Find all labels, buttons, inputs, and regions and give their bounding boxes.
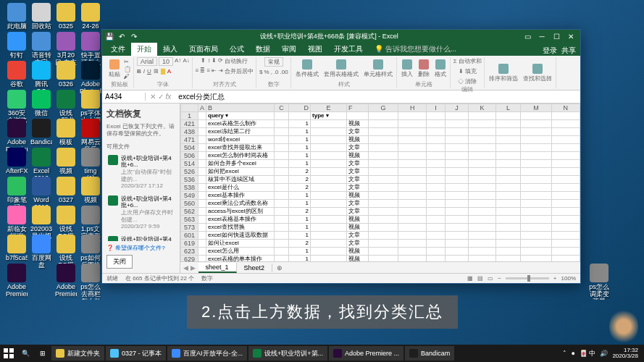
column-header[interactable]: A (198, 104, 206, 112)
spreadsheet-grid[interactable]: ABCDEFGHIJKLMN1query ▾type ▾421excel表格怎么… (180, 104, 580, 261)
sheet-tab-1[interactable]: sheet_1 (198, 263, 237, 273)
desktop-icon[interactable]: b7f5ca51b... (6, 235, 28, 262)
increase-font-icon[interactable]: A↑ (175, 57, 181, 66)
align-middle-icon[interactable]: ↕ (207, 57, 210, 65)
fx-icon[interactable]: ✕ ✓ fx (146, 93, 175, 101)
tab-insert[interactable]: 插入 (157, 43, 183, 56)
row-header[interactable]: 421 (181, 120, 198, 128)
table-row[interactable]: 629excel表格的单本操作1视频 (181, 256, 580, 262)
table-row[interactable]: 538excel是什么2文章 (181, 184, 580, 192)
row-header[interactable]: 536 (181, 176, 198, 184)
cond-format-button[interactable]: 条件格式 (294, 59, 320, 79)
table-row[interactable]: 549excel基本操作1视频 (181, 192, 580, 200)
save-icon[interactable]: 💾 (105, 33, 113, 41)
row-header[interactable]: 629 (181, 256, 198, 262)
autosum-button[interactable]: Σ 自动求和 (453, 57, 482, 65)
tray-volume-icon[interactable]: 🔊 (600, 350, 608, 357)
tab-layout[interactable]: 页面布局 (183, 43, 224, 56)
view-normal-icon[interactable]: ▦ (467, 275, 473, 282)
align-bottom-icon[interactable]: ⬇ (212, 57, 217, 65)
signin-link[interactable]: 登录 (543, 46, 557, 56)
start-button[interactable] (1, 346, 16, 361)
desktop-icon[interactable]: 回收站 (30, 3, 52, 30)
format-painter-icon[interactable]: 🖌 (124, 73, 131, 80)
row-header[interactable]: 560 (181, 200, 198, 208)
tab-view[interactable]: 视图 (302, 43, 328, 56)
desktop-icon[interactable]: 钉钉 (6, 32, 28, 59)
taskbar-item[interactable]: Adobe Premiere ... (329, 346, 403, 361)
table-row[interactable]: 506excel怎么制作时间表格1视频 (181, 152, 580, 160)
desktop-icon[interactable]: Bandicam (30, 119, 52, 146)
desktop-icon[interactable]: 24-26 (80, 3, 101, 30)
row-header[interactable]: 549 (181, 192, 198, 200)
indent-decrease-icon[interactable]: ⇤ (212, 67, 217, 75)
border-button[interactable]: ⊞ (154, 68, 159, 75)
table-row[interactable]: 421excel表格怎么制作1视频 (181, 120, 580, 128)
row-header[interactable]: 1 (181, 112, 198, 120)
taskbar-item[interactable]: 0327 - 记事本 (106, 346, 166, 361)
copy-icon[interactable]: 📋 (124, 66, 131, 72)
desktop-icon[interactable]: 谷歌 (6, 61, 28, 88)
desktop-icon[interactable]: 视频 (55, 148, 77, 175)
font-color-button[interactable]: A (167, 68, 171, 75)
percent-icon[interactable]: % (264, 69, 269, 75)
table-row[interactable]: 536核算中不连续区域2文章 (181, 176, 580, 184)
comma-icon[interactable]: , (271, 69, 272, 75)
row-header[interactable]: 562 (181, 208, 198, 216)
table-row[interactable]: 563excel表格基本操作1视频 (181, 216, 580, 224)
indent-increase-icon[interactable]: ⇥ (218, 67, 223, 75)
redo-icon[interactable]: ↷ (130, 33, 138, 41)
recovery-file-item[interactable]: 设线+职业培训+第4批+6...上次"自动保存"时创建的...2020/3/27… (106, 234, 175, 241)
table-format-button[interactable]: 套用表格格式 (322, 59, 360, 79)
recovery-file-item[interactable]: 设线+职业培训+第4批+6...上次"自动保存"时创建的...2020/3/27… (106, 153, 175, 192)
desktop-icon[interactable]: 百度网盘 (30, 235, 52, 269)
tab-file[interactable]: 文件 (105, 43, 131, 56)
taskbar-item[interactable]: Bandicam (405, 346, 454, 361)
desktop-icon[interactable]: ps怎么去画栏怎么做 (80, 264, 101, 300)
decimal-increase-icon[interactable]: .0 (274, 69, 279, 75)
clock[interactable]: 17:32 2020/3/28 (612, 348, 638, 359)
recovery-close-button[interactable]: 关闭 (106, 255, 133, 269)
column-header[interactable]: E (311, 104, 347, 112)
row-header[interactable]: 526 (181, 168, 198, 176)
search-icon[interactable]: 🔍 (17, 350, 34, 357)
sort-filter-button[interactable]: 排序和筛选 (488, 63, 519, 83)
column-header[interactable]: J (445, 104, 468, 112)
wrap-text-button[interactable]: 自动换行 (225, 57, 248, 65)
maximize-button[interactable]: ☐ (550, 31, 563, 41)
delete-cells-button[interactable]: 删除 (417, 59, 431, 79)
zoom-out[interactable]: − (498, 275, 501, 282)
row-header[interactable]: 563 (181, 216, 198, 224)
taskbar-item[interactable]: 设线+职业培训+第... (248, 346, 327, 361)
fill-button[interactable]: ⬇ 填充 (459, 67, 477, 75)
table-row[interactable]: 601excel如何快速选取数据1文章 (181, 232, 580, 240)
tab-data[interactable]: 数据 (250, 43, 276, 56)
tab-developer[interactable]: 开发工具 (328, 43, 369, 56)
align-left-icon[interactable]: ≡ (196, 67, 199, 75)
format-cells-button[interactable]: 格式 (433, 59, 448, 79)
column-header[interactable]: H (398, 104, 427, 112)
row-header[interactable]: 601 (181, 232, 198, 240)
column-header[interactable]: I (427, 104, 446, 112)
row-header[interactable]: 438 (181, 128, 198, 136)
table-row[interactable]: 471word转excel1视频 (181, 136, 580, 144)
column-header[interactable]: M (521, 104, 552, 112)
tell-me[interactable]: 💡 告诉我您想要做什么... (369, 43, 462, 56)
align-right-icon[interactable]: ≡ (206, 67, 210, 75)
column-header[interactable]: K (469, 104, 496, 112)
insert-cells-button[interactable]: 插入 (400, 59, 414, 79)
desktop-icon[interactable]: ps怎么调柔变背景 (588, 264, 610, 300)
table-row[interactable]: 526如何把excel2文章 (181, 168, 580, 176)
align-top-icon[interactable]: ⬆ (201, 57, 206, 65)
ribbon-options-icon[interactable]: ▭ (521, 31, 534, 41)
row-header[interactable]: 538 (181, 184, 198, 192)
undo-icon[interactable]: ↶ (117, 33, 125, 41)
tray-bandicam-icon[interactable]: ● (571, 350, 574, 357)
column-header[interactable]: F (347, 104, 369, 112)
table-row[interactable]: 619如何让excel2文章 (181, 240, 580, 248)
desktop-icon[interactable]: 此电脑 (6, 3, 28, 30)
taskbar-item[interactable]: 百度AI开放平台-全... (167, 346, 247, 361)
view-layout-icon[interactable]: ▤ (477, 275, 483, 282)
orientation-icon[interactable]: ⟳ (218, 57, 223, 65)
column-header[interactable]: C (275, 104, 289, 112)
